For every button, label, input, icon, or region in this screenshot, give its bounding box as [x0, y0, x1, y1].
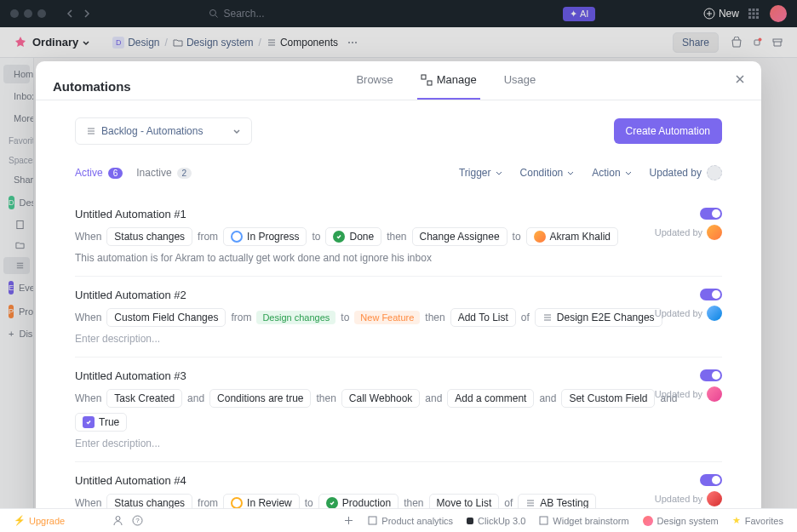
updated-by-label: Updated by [655, 225, 722, 240]
star-icon: ★ [732, 515, 741, 526]
condition-chip[interactable]: Conditions are true [209, 389, 311, 408]
automation-toggle[interactable] [700, 208, 722, 220]
status-icon [231, 231, 243, 243]
automation-toggle[interactable] [700, 369, 722, 381]
filter-active[interactable]: Active 6 [75, 167, 123, 179]
svg-rect-26 [427, 81, 432, 85]
close-button[interactable] [734, 73, 746, 85]
create-automation-button[interactable]: Create Automation [614, 118, 722, 144]
automations-modal: Automations Browse Manage Usage Backlog … [36, 61, 761, 532]
filter-row: Active 6 Inactive 2 Trigger Condition [75, 165, 722, 180]
list-icon [542, 312, 553, 323]
automation-item[interactable]: Untitled Automation #1 When Status chang… [75, 196, 722, 277]
automation-description[interactable]: Enter description... [75, 333, 722, 345]
automation-flow: When Custom Field Changes from Design ch… [75, 308, 722, 327]
trigger-chip[interactable]: Task Created [106, 389, 182, 408]
doc-icon [539, 516, 548, 525]
tab-browse[interactable]: Browse [353, 73, 396, 100]
list-chip[interactable]: Design E2E Changes [535, 308, 662, 327]
chevron-down-icon [624, 169, 633, 177]
action-chip[interactable]: Add a comment [447, 389, 534, 408]
status-icon [231, 497, 243, 509]
filter-action[interactable]: Action [592, 167, 632, 179]
automation-title: Untitled Automation #1 [75, 208, 722, 220]
chevron-down-icon [495, 169, 503, 177]
status-icon [326, 497, 338, 509]
action-chip[interactable]: Add To List [450, 308, 516, 327]
avatar-icon [707, 306, 722, 321]
bb-widget[interactable]: Widget brainstorm [539, 516, 628, 526]
chevron-down-icon [232, 127, 241, 135]
controls-row: Backlog - Automations Create Automation [75, 117, 722, 145]
updated-by-label: Updated by [655, 306, 722, 321]
svg-rect-31 [540, 517, 548, 524]
automation-item[interactable]: Untitled Automation #3 When Task Created… [75, 358, 722, 462]
bb-design-system[interactable]: Design system [643, 516, 719, 526]
status-icon [333, 231, 345, 243]
avatar-icon [643, 516, 653, 526]
modal-tabs: Browse Manage Usage [353, 73, 539, 100]
trigger-chip[interactable]: Custom Field Changes [106, 308, 226, 327]
bb-favorites[interactable]: ★ Favorites [732, 515, 783, 526]
automation-title: Untitled Automation #4 [75, 474, 722, 487]
automation-title: Untitled Automation #3 [75, 369, 722, 382]
assignee-chip[interactable]: Akram Khalid [526, 227, 618, 246]
manage-icon [421, 74, 433, 86]
tab-usage[interactable]: Usage [501, 73, 540, 100]
modal-header: Automations Browse Manage Usage [36, 61, 761, 100]
square-icon [467, 518, 473, 524]
filter-condition[interactable]: Condition [520, 167, 576, 179]
automation-item[interactable]: Untitled Automation #2 When Custom Field… [75, 277, 722, 358]
trigger-chip[interactable]: Status changes [106, 227, 192, 246]
status-chip[interactable]: Done [325, 227, 381, 246]
filter-trigger[interactable]: Trigger [459, 167, 503, 179]
action-chip[interactable]: Change Assignee [412, 227, 507, 246]
svg-rect-30 [369, 517, 376, 524]
automation-flow: When Status changes from In Progress to … [75, 227, 722, 246]
avatar-icon [707, 491, 722, 506]
plus-icon[interactable] [343, 515, 354, 526]
upgrade-button[interactable]: ⚡ Upgrade [14, 515, 65, 526]
svg-point-27 [116, 517, 120, 521]
tag-chip[interactable]: New Feature [354, 311, 420, 324]
svg-rect-25 [421, 75, 426, 79]
list-icon [525, 498, 536, 508]
automation-description: This automation is for Akram to actually… [75, 252, 722, 264]
automation-flow: When Task Created and Conditions are tru… [75, 389, 722, 432]
action-chip[interactable]: Call Webhook [341, 389, 420, 408]
bolt-icon: ⚡ [14, 515, 26, 526]
list-selector[interactable]: Backlog - Automations [75, 117, 252, 145]
automation-toggle[interactable] [700, 289, 722, 300]
modal-title: Automations [53, 79, 131, 94]
avatar-placeholder-icon [707, 165, 722, 180]
doc-icon [368, 516, 377, 525]
updated-by-label: Updated by [655, 491, 722, 506]
avatar-icon [707, 225, 722, 240]
tag-chip[interactable]: Design changes [256, 311, 335, 324]
bb-product-analytics[interactable]: Product analytics [368, 516, 453, 526]
help-icon[interactable]: ? [132, 515, 143, 526]
modal-overlay: Automations Browse Manage Usage Backlog … [0, 0, 797, 532]
avatar-icon [534, 231, 546, 243]
checkbox-icon [83, 416, 95, 428]
tab-manage[interactable]: Manage [417, 73, 480, 100]
svg-text:?: ? [135, 517, 140, 524]
modal-body: Backlog - Automations Create Automation … [36, 100, 761, 532]
filter-inactive[interactable]: Inactive 2 [136, 167, 192, 179]
user-icon[interactable] [112, 515, 123, 526]
automation-description[interactable]: Enter description... [75, 438, 722, 449]
action-chip[interactable]: Set Custom Field [561, 389, 655, 408]
avatar-icon [707, 386, 722, 402]
status-chip[interactable]: In Progress [223, 227, 307, 246]
bb-clickup[interactable]: ClickUp 3.0 [467, 516, 525, 526]
bottom-bar: ⚡ Upgrade ? Product analytics ClickUp 3.… [0, 508, 797, 532]
list-icon [86, 126, 96, 136]
true-chip[interactable]: True [75, 413, 127, 432]
filter-updated-by[interactable]: Updated by [650, 165, 722, 180]
chevron-down-icon [566, 169, 575, 177]
automation-toggle[interactable] [700, 474, 722, 486]
close-icon [734, 73, 746, 85]
automation-title: Untitled Automation #2 [75, 289, 722, 301]
updated-by-label: Updated by [655, 386, 722, 402]
